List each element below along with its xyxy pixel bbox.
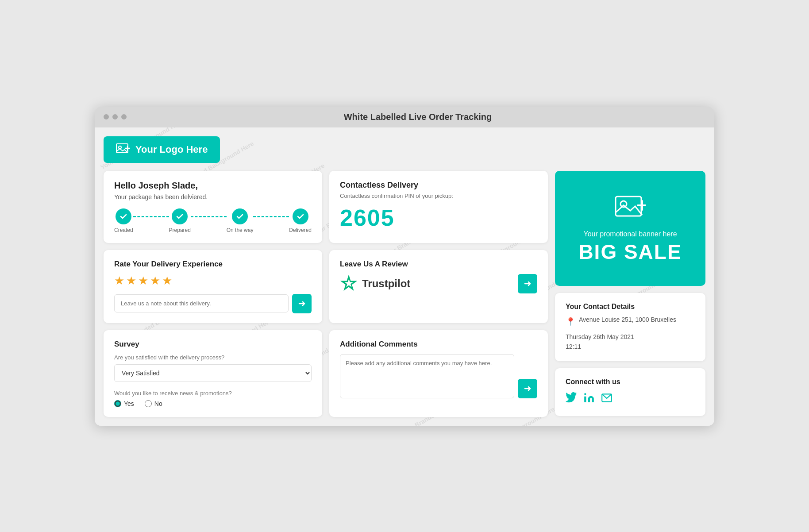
comments-inner <box>340 354 537 398</box>
time-value: 12:11 <box>566 343 581 350</box>
page-title: White Labelled Live Order Tracking <box>130 112 705 122</box>
browser-bar: White Labelled Live Order Tracking <box>95 107 714 127</box>
trustpilot-star-icon: ★ <box>340 275 358 293</box>
survey-card: Survey Are you satisfied with the delive… <box>104 330 322 417</box>
promo-banner: Your promotional banner here BIG SALE <box>555 171 705 286</box>
step-created: Created <box>114 208 133 233</box>
delivery-steps: Created Prepared <box>114 208 312 233</box>
radio-yes[interactable] <box>114 400 121 407</box>
contact-card: Your Contact Details 📍 Avenue Louise 251… <box>555 293 705 362</box>
review-title: Leave Us A Review <box>340 260 537 269</box>
contactless-title: Contactless Delivery <box>340 181 537 190</box>
pin-number: 2605 <box>340 204 537 231</box>
arrow-right-icon-comments <box>523 384 532 393</box>
page-content: Your Branded Background Here Your Brande… <box>95 127 714 426</box>
right-column: Your promotional banner here BIG SALE Yo… <box>555 171 705 417</box>
svg-rect-4 <box>616 197 641 216</box>
social-icons-row <box>566 392 695 406</box>
image-plus-icon <box>116 143 130 157</box>
star-5[interactable]: ★ <box>162 274 172 288</box>
survey-question-2: Would you like to receive news & promoti… <box>114 390 312 397</box>
rate-title: Rate Your Delivery Experience <box>114 260 312 269</box>
trustpilot-row: ★ Trustpilot <box>340 274 537 293</box>
svg-point-8 <box>584 393 586 395</box>
star-1[interactable]: ★ <box>114 274 124 288</box>
radio-no[interactable] <box>145 400 152 407</box>
star-4[interactable]: ★ <box>150 274 160 288</box>
browser-window: White Labelled Live Order Tracking Your … <box>95 107 714 426</box>
twitter-icon[interactable] <box>566 392 577 406</box>
note-input[interactable] <box>114 294 289 312</box>
radio-yes-label[interactable]: Yes <box>114 400 134 407</box>
date-text: Thursday 26th May 2021 12:11 <box>566 332 695 352</box>
hello-card: Hello Joseph Slade, Your package has bee… <box>104 171 322 243</box>
logo-label: Your Logo Here <box>135 144 208 155</box>
address-text: Avenue Louise 251, 1000 Bruxelles <box>579 316 676 323</box>
browser-dot-3 <box>121 114 127 120</box>
satisfaction-select[interactable]: Very Satisfied Satisfied Neutral Unsatis… <box>114 364 312 382</box>
comments-textarea[interactable] <box>340 354 514 398</box>
star-2[interactable]: ★ <box>126 274 136 288</box>
step-label-delivered: Delivered <box>289 227 312 233</box>
step-connector-1 <box>133 216 169 217</box>
arrow-right-icon-review <box>523 279 532 288</box>
trustpilot-label: Trustpilot <box>362 278 410 290</box>
location-pin-icon: 📍 <box>566 317 575 327</box>
comments-card: Additional Comments <box>329 330 548 417</box>
news-promo-radio-group: Yes No <box>114 400 312 407</box>
radio-no-text: No <box>154 400 162 407</box>
promo-big-sale: BIG SALE <box>578 240 682 264</box>
check-icon-2 <box>176 213 183 220</box>
left-column: Hello Joseph Slade, Your package has bee… <box>104 171 548 417</box>
star-rating: ★ ★ ★ ★ ★ <box>114 274 312 288</box>
contactless-card: Contactless Delivery Contactless confirm… <box>329 171 548 243</box>
rate-delivery-card: Rate Your Delivery Experience ★ ★ ★ ★ ★ <box>104 250 322 323</box>
linkedin-icon[interactable] <box>583 392 595 406</box>
date-value: Thursday 26th May 2021 <box>566 333 634 340</box>
note-submit-button[interactable] <box>292 294 312 313</box>
arrow-right-icon <box>297 299 306 308</box>
survey-question-1: Are you satisfied with the delivery proc… <box>114 354 312 361</box>
browser-dot-1 <box>104 114 109 120</box>
radio-yes-text: Yes <box>124 400 134 407</box>
logo-button[interactable]: Your Logo Here <box>104 136 220 163</box>
email-icon[interactable] <box>601 392 613 406</box>
check-icon-4 <box>297 213 304 220</box>
comments-title: Additional Comments <box>340 340 537 349</box>
contactless-subtitle: Contactless confirmation PIN of your pic… <box>340 193 537 199</box>
check-icon <box>120 213 127 220</box>
step-prepared: Prepared <box>169 208 191 233</box>
star-3[interactable]: ★ <box>138 274 148 288</box>
review-card: Leave Us A Review ★ Trustpilot <box>329 250 548 323</box>
radio-no-label[interactable]: No <box>145 400 162 407</box>
main-layout: Hello Joseph Slade, Your package has bee… <box>104 171 705 417</box>
connect-card: Connect with us <box>555 368 705 416</box>
review-submit-button[interactable] <box>518 274 537 293</box>
step-ontheway: On the way <box>227 208 254 233</box>
step-label-created: Created <box>114 227 133 233</box>
contact-title: Your Contact Details <box>566 303 695 311</box>
package-message: Your package has been delviered. <box>114 193 312 200</box>
greeting-text: Hello Joseph Slade, <box>114 181 312 191</box>
step-connector-2 <box>191 216 227 217</box>
step-label-prepared: Prepared <box>169 227 191 233</box>
promo-image-icon <box>615 193 646 224</box>
trustpilot-logo: ★ Trustpilot <box>340 275 410 293</box>
step-label-ontheway: On the way <box>227 227 254 233</box>
comments-submit-button[interactable] <box>518 379 537 398</box>
address-row: 📍 Avenue Louise 251, 1000 Bruxelles <box>566 316 695 327</box>
note-row <box>114 294 312 313</box>
survey-title: Survey <box>114 340 312 349</box>
check-icon-3 <box>236 213 243 220</box>
step-connector-3 <box>253 216 289 217</box>
browser-dot-2 <box>112 114 118 120</box>
promo-subtitle: Your promotional banner here <box>583 230 677 238</box>
connect-title: Connect with us <box>566 378 695 386</box>
step-delivered: Delivered <box>289 208 312 233</box>
